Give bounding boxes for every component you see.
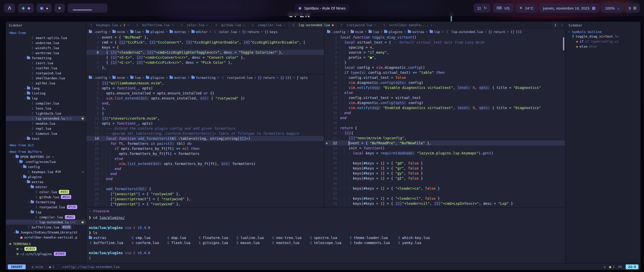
code-line[interactable]: 16▏ ▏ ▏ if opts.formatters_by_ft[ft] == … [86, 146, 324, 151]
outline-item-else[interactable]: ◈elseelse [566, 44, 640, 49]
tree-section-header[interactable]: ⊞TERMINALS [6, 241, 86, 246]
breadcrumb-item[interactable]: ☾rustywind.lua [221, 76, 253, 80]
tree-item-keymaps.lua[interactable]: ☾keymaps.lua#10⚠ [6, 169, 86, 174]
code-line[interactable]: ◆22▏ ▏ event = { "BufReadPre", "BufNewFi… [325, 141, 565, 146]
code-line[interactable]: 15▏ ▏ for ft, formatters in pairs(t: tbl… [86, 141, 324, 146]
tree-item-undotree.lua[interactable]: ☾undotree.lua [6, 40, 86, 45]
code-line[interactable]: 26▏ ▏ ["javascriptreact"] = { "rustywind… [86, 196, 324, 201]
code-line[interactable]: 10[1]"stevearc/conform.nvim", [86, 116, 324, 121]
code-line[interactable]: 3event = { "BufRead" }, [86, 35, 324, 40]
breadcrumb-item[interactable]: {}return [258, 76, 275, 80]
code-line[interactable]: 10▏ ▏ vim.diagnostic.config(opts: config… [325, 80, 565, 85]
launcher-button[interactable]: Λ [4, 4, 15, 13]
code-line[interactable]: 8▏ if type(v: config.virtual_text) == "t… [325, 70, 565, 75]
code-line[interactable]: 20▏ [1]{ [325, 130, 565, 135]
code-line[interactable]: 28▏ ▏ ▏ keys[#keys + 1] = { "gy", false … [325, 171, 565, 176]
code-line[interactable]: 3[1]"williamboman/mason.nvim", [86, 81, 324, 86]
tree-section-header[interactable]: ▾Neo-Tree Git [6, 143, 86, 148]
tree-item-lsp-extended.lu[interactable]: ☾lsp-extended.lu[+]● [6, 116, 86, 121]
code-line[interactable]: 11opts = function(_, opts) [86, 121, 324, 126]
tree-item-rustywind.lua[interactable]: ☾rustywind.lua#726 [6, 205, 86, 210]
floaterm-panel[interactable]: ▾ Floaterm ❱ cd lua/plugins/ nvim/lua/pl… [86, 207, 565, 263]
tree-item-winshift.lua[interactable]: ☾winshift.lua [6, 45, 86, 50]
tree-item-rustfmt.lua[interactable]: ☾rustfmt.lua [6, 65, 86, 71]
breadcrumb-item[interactable]: lua [130, 30, 141, 34]
code-line[interactable]: 18 [325, 120, 565, 125]
close-icon[interactable]: × [374, 23, 376, 27]
app-icon-5[interactable]: ★ [58, 6, 61, 10]
tree-item-test[interactable]: ▸test [6, 136, 86, 141]
tree-item-github.lua[interactable]: ☾github.lua#654 [6, 194, 86, 199]
buffer-tab-scrollbar-handle-...[interactable]: ☾scrollbar-handle-...× [379, 22, 436, 28]
tab-page-2[interactable]: 2 [558, 22, 565, 28]
code-line[interactable]: 9}, [86, 65, 324, 70]
code-line[interactable]: 26▏ ▏ ▏ keys[#keys + 1] = { "gd", false … [325, 161, 565, 166]
code-line[interactable]: 19return { [325, 125, 565, 130]
code-line[interactable]: 7▏ { [1]"<S-C>", [2]"<cmd>CccConvert<cr>… [86, 55, 324, 60]
code-line[interactable]: 9{ [86, 111, 324, 116]
tree-item-lens.lua[interactable]: ☾lens.lua [6, 106, 86, 111]
app-icon-3[interactable]: ▣ [40, 6, 44, 10]
breadcrumb-item[interactable]: nvim [351, 30, 363, 34]
tree-item--[interactable]: ⊞~#2859 [6, 246, 86, 251]
code-line[interactable]: 14▏ ▏ vim.diagnostic.config(opts: config… [325, 100, 565, 105]
tree-item-rustywind.lua[interactable]: ☾rustywind.lua [6, 71, 86, 76]
tree-item-linting[interactable]: ▸linting [6, 91, 86, 96]
code-line[interactable]: 4opts = function(_, opts) [86, 86, 324, 91]
code-line[interactable]: 21▏ ▏ [1]"neovim/nvim-lspconfig", [325, 135, 565, 141]
code-line[interactable]: 25 [325, 156, 565, 161]
code-line[interactable]: 23 [86, 181, 324, 186]
code-line[interactable]: 34▏ ▏ ▏ keys[#keys + 1] = { [1]"<leader>… [325, 201, 565, 206]
tree-item-extras[interactable]: ▾extras [6, 179, 86, 184]
close-icon[interactable]: × [206, 23, 208, 27]
code-line[interactable]: 13▏ ▏ config.virtual_text = virtual_text [325, 95, 565, 100]
breadcrumb-item[interactable]: lua [130, 76, 141, 80]
code-line[interactable]: 30 [325, 181, 565, 186]
breadcrumb-item[interactable]: extras [170, 30, 186, 34]
code-line[interactable]: 17end [325, 115, 565, 120]
tree-item-scrollbar-handle-vertical.p[interactable]: ▦scrollbar-handle-vertical.p [6, 235, 86, 240]
code-line[interactable]: 13▏ ---@param tbl table<string, conform.… [86, 131, 324, 136]
breadcrumb-item[interactable]: extras [408, 30, 424, 34]
breadcrumb-item[interactable]: nvim [112, 76, 125, 80]
clock-widget[interactable]: jueves, noviembre 16, 2023▦ [540, 4, 599, 13]
tree-item-compiler.lua[interactable]: ☾compiler.lua#682 [6, 215, 86, 220]
tree-item-juegos-indies-steamlibrary-st[interactable]: ▾Juegos/Indies/SteamLibrary/st [6, 230, 86, 235]
tree-item-plugins[interactable]: ▾plugins [6, 174, 86, 179]
code-line[interactable]: 6▏ { [1]"<leader>uC", [2]"<cmd>CccHighli… [86, 50, 324, 55]
breadcrumb-item[interactable]: {}keys [264, 30, 277, 34]
code-line[interactable]: 21▏ ▏ end [86, 171, 324, 176]
code-line[interactable]: 4cmd = { [1]"CccPick", [2]"CccConvert", … [86, 40, 324, 45]
code-line[interactable]: 19▏ ▏ ▏ ▏ vim.list_extend(dst: opts.form… [86, 161, 324, 166]
breadcrumb-item[interactable]: ƒopts [297, 76, 308, 80]
code-line[interactable]: 8▏ { [1]"<C-c>", [2]"<cmd>CccPick<cr>", … [86, 60, 324, 65]
tree-item-color.lua[interactable]: ☾color.lua#493 [6, 189, 86, 194]
tree-item-timeout.lua[interactable]: ☾timeout.lua [6, 131, 86, 136]
editor-pane-lsp-extended-lua[interactable]: .config›nvim›lua›plugins›extras›lsp›☾lsp… [325, 29, 565, 207]
code-line[interactable]: 29▏ ▏ ▏ keys[#keys + 1] = { "gI", false … [325, 176, 565, 181]
code-line[interactable]: 22▏ end [86, 176, 324, 181]
tree-item-worktree.lua[interactable]: ☾worktree.lua [6, 50, 86, 55]
code-line[interactable]: 3▏ ▏ spacing = 4, [325, 45, 565, 50]
keyboard-layout-widget[interactable]: ⌨US [493, 4, 513, 13]
breadcrumb-item[interactable]: {}return [488, 30, 505, 34]
breadcrumb-item[interactable]: {}return [242, 30, 259, 34]
code-line[interactable]: 24▏ add_formatters(tbl: { [86, 186, 324, 191]
breadcrumb-item[interactable]: plugins [384, 30, 403, 34]
code-line[interactable]: 4▏ ▏ source = "if_many", [325, 50, 565, 55]
code-line[interactable]: 6▏ } [325, 60, 565, 65]
tree-item-isort.lua[interactable]: ☾isort.lua [6, 60, 86, 65]
code-line[interactable]: 16▏ end [325, 110, 565, 115]
close-icon[interactable]: × [243, 23, 245, 27]
code-line[interactable]: 12▏ else [325, 90, 565, 95]
code-line[interactable]: 33▏ ▏ ▏ keys[#keys + 1] = { "<leader>cl"… [325, 196, 565, 201]
code-line[interactable]: 9▏ ▏ config.virtual_text = false [325, 75, 565, 80]
breadcrumb-item[interactable]: .config [327, 30, 345, 34]
tree-item-open-buffers-in--[interactable]: ▾OPEN BUFFERS in ~ [6, 154, 86, 159]
tree-item-lsp[interactable]: ▾lsp [6, 210, 86, 215]
code-line[interactable]: 7end, [86, 101, 324, 106]
buffer-tab-bufferline.lua[interactable]: ☾bufferline.lua× [132, 22, 177, 28]
code-line[interactable]: 15▏ ▏ vim.notify(msg: "Enabled diagnosti… [325, 105, 565, 110]
tree-item-neodim.lua[interactable]: ☾neodim.lua [6, 121, 86, 126]
breadcrumb-item[interactable]: ☾color.lua [213, 30, 237, 34]
